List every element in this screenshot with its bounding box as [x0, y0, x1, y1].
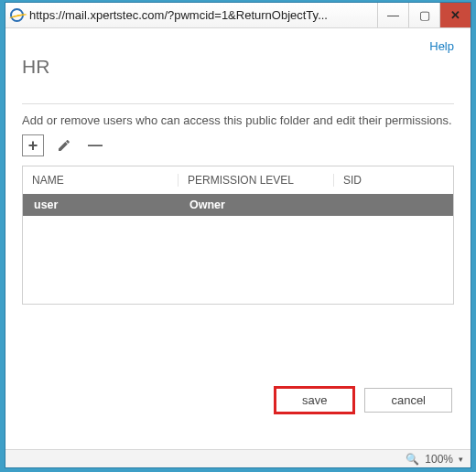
close-button[interactable]: ✕: [439, 3, 471, 27]
table-body: user Owner: [23, 194, 453, 304]
status-bar: 🔍 100% ▾: [5, 449, 471, 467]
col-name-header: NAME: [23, 174, 178, 187]
pencil-icon: [57, 138, 71, 153]
cell-name: user: [23, 198, 178, 211]
toolbar: + —: [22, 134, 454, 156]
titlebar: https://mail.xpertstec.com/?pwmcid=1&Ret…: [5, 3, 471, 28]
permissions-section: Add or remove users who can access this …: [22, 103, 454, 305]
footer-buttons: save cancel: [276, 388, 452, 413]
table-header: NAME PERMISSION LEVEL SID: [23, 166, 453, 194]
ie-icon: [5, 8, 27, 22]
edit-button[interactable]: [53, 134, 75, 156]
save-button[interactable]: save: [276, 388, 353, 413]
zoom-dropdown-icon[interactable]: ▾: [459, 455, 463, 464]
minimize-button[interactable]: —: [377, 3, 408, 27]
col-sid-header: SID: [334, 174, 453, 187]
cell-permission: Owner: [178, 198, 334, 211]
dialog-window: https://mail.xpertstec.com/?pwmcid=1&Ret…: [5, 2, 471, 468]
maximize-button[interactable]: ▢: [408, 3, 439, 27]
magnifier-icon: 🔍: [406, 453, 419, 466]
table-row[interactable]: user Owner: [23, 194, 453, 216]
page-title: HR: [22, 56, 454, 78]
help-link[interactable]: Help: [429, 39, 454, 53]
permissions-table: NAME PERMISSION LEVEL SID user Owner: [22, 166, 454, 305]
client-area: Help HR Add or remove users who can acce…: [5, 28, 471, 449]
add-button[interactable]: +: [22, 134, 44, 156]
section-description: Add or remove users who can access this …: [22, 113, 454, 127]
col-permission-header: PERMISSION LEVEL: [178, 174, 334, 187]
remove-button[interactable]: —: [84, 134, 106, 156]
zoom-level: 100%: [425, 453, 453, 466]
window-buttons: — ▢ ✕: [377, 3, 471, 27]
url-display: https://mail.xpertstec.com/?pwmcid=1&Ret…: [27, 8, 377, 22]
cancel-button[interactable]: cancel: [364, 388, 452, 413]
